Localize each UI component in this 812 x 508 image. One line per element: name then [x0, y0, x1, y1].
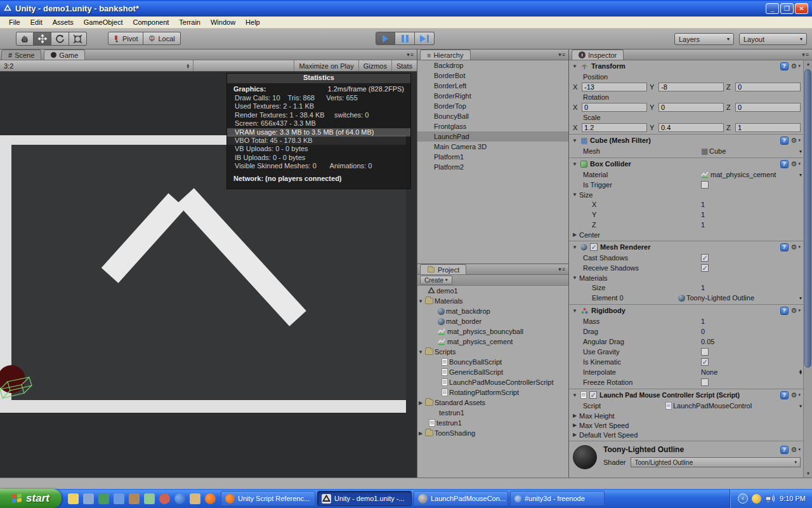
- menu-terrain[interactable]: Terrain: [174, 17, 206, 27]
- quicklaunch-paint-icon[interactable]: [129, 493, 140, 504]
- scale-x-field[interactable]: [582, 123, 647, 132]
- tray-network-icon[interactable]: [765, 494, 775, 504]
- pause-button[interactable]: [395, 32, 415, 45]
- hierarchy-item[interactable]: BorderBot: [417, 70, 568, 81]
- foldout-arrow-icon[interactable]: ▼: [572, 161, 578, 167]
- hierarchy-item[interactable]: Frontglass: [417, 121, 568, 131]
- quicklaunch-app2-icon[interactable]: [159, 493, 170, 504]
- tab-game[interactable]: Game: [44, 50, 85, 60]
- tab-project[interactable]: Project: [420, 264, 466, 274]
- play-button[interactable]: [376, 32, 395, 45]
- component-enabled-checkbox[interactable]: ✓: [589, 391, 597, 399]
- help-icon[interactable]: ?: [780, 62, 789, 70]
- scale-tool-button[interactable]: [69, 32, 87, 46]
- project-folder-toonshading[interactable]: ▶ ToonShading: [417, 428, 568, 438]
- size-y-value[interactable]: 1: [701, 211, 705, 218]
- start-button[interactable]: start: [0, 489, 62, 508]
- mesh-object-field[interactable]: ▦ Cube: [701, 147, 726, 155]
- aspect-dropdown[interactable]: 3:2 ▴▾: [0, 60, 193, 71]
- help-icon[interactable]: ?: [780, 137, 789, 145]
- hierarchy-item[interactable]: BorderTop: [417, 101, 568, 111]
- menu-file[interactable]: File: [4, 17, 25, 27]
- project-item-script[interactable]: RotatingPlatformScript: [417, 387, 568, 398]
- project-item-script[interactable]: BouncyBallScript: [417, 357, 568, 367]
- script-object-field[interactable]: LaunchPadMouseControl: [665, 402, 752, 410]
- project-folder-standard-assets[interactable]: ▶ Standard Assets: [417, 398, 568, 408]
- hierarchy-item[interactable]: Backdrop: [417, 60, 568, 70]
- project-item-physic-material[interactable]: mat_physics_bouncyball: [417, 326, 568, 337]
- hierarchy-item[interactable]: Main Camera 3D: [417, 142, 568, 152]
- quicklaunch-desktop-icon[interactable]: [83, 493, 94, 504]
- scrollbar-thumb[interactable]: [804, 69, 811, 368]
- foldout-arrow-icon[interactable]: ▶: [417, 431, 424, 436]
- default-vert-speed-foldout[interactable]: ▶Default Vert Speed: [569, 430, 803, 439]
- project-item-material[interactable]: mat_border: [417, 316, 568, 326]
- cast-shadows-checkbox[interactable]: ✓: [701, 254, 709, 262]
- quicklaunch-messenger-icon[interactable]: [68, 493, 79, 504]
- menu-window[interactable]: Window: [206, 17, 240, 27]
- panel-menu-icon[interactable]: ▾≡: [558, 51, 566, 58]
- task-launchpad-doc[interactable]: LaunchPadMouseCon...: [414, 491, 508, 506]
- foldout-arrow-icon[interactable]: ▼: [572, 392, 578, 398]
- inspector-scrollbar[interactable]: ▲ ▼: [803, 60, 812, 478]
- scroll-down-icon[interactable]: ▼: [804, 470, 812, 478]
- tray-messenger-icon[interactable]: [752, 494, 761, 504]
- shader-dropdown[interactable]: Toon/Lighted Outline ▾: [631, 457, 801, 467]
- quicklaunch-folder-icon[interactable]: [190, 493, 200, 504]
- help-icon[interactable]: ?: [780, 307, 789, 315]
- step-button[interactable]: [415, 32, 435, 45]
- hierarchy-item-selected[interactable]: LaunchPad: [417, 131, 568, 142]
- materials-size-value[interactable]: 1: [701, 284, 705, 291]
- restore-button[interactable]: ❐: [780, 3, 794, 14]
- position-y-field[interactable]: [658, 83, 724, 91]
- project-item-script[interactable]: LaunchPadMouseControllerScript: [417, 377, 568, 387]
- max-vert-speed-foldout[interactable]: ▶Max Vert Speed: [569, 420, 803, 430]
- panel-menu-icon[interactable]: ▾≡: [558, 266, 566, 272]
- menu-component[interactable]: Component: [128, 17, 174, 27]
- help-icon[interactable]: ?: [780, 391, 789, 399]
- rotation-y-field[interactable]: [658, 103, 724, 112]
- project-folder-scripts[interactable]: ▼ Scripts: [417, 347, 568, 357]
- stats-button[interactable]: Stats: [391, 60, 417, 71]
- size-foldout[interactable]: ▼Size: [569, 190, 803, 199]
- local-toggle-button[interactable]: Local: [143, 32, 180, 45]
- window-titlebar[interactable]: Unity - demo1.unity - bankshot* _ ❐ ✕: [0, 0, 812, 17]
- hide-icons-chevron[interactable]: ‹: [738, 493, 748, 504]
- rotate-tool-button[interactable]: [51, 32, 69, 46]
- rotation-z-field[interactable]: [735, 103, 801, 112]
- gear-icon[interactable]: ⚙: [791, 160, 797, 168]
- help-icon[interactable]: ?: [780, 160, 789, 168]
- foldout-arrow-icon[interactable]: ▼: [572, 138, 578, 144]
- create-button[interactable]: Create▾: [420, 276, 452, 284]
- menu-edit[interactable]: Edit: [25, 17, 48, 27]
- layout-dropdown[interactable]: Layout▾: [739, 33, 807, 45]
- hierarchy-item[interactable]: Platform2: [417, 162, 568, 172]
- quicklaunch-media-player-icon[interactable]: [174, 493, 185, 504]
- help-icon[interactable]: ?: [780, 446, 789, 454]
- rotation-x-field[interactable]: [582, 103, 647, 112]
- scale-z-field[interactable]: [735, 123, 801, 132]
- close-button[interactable]: ✕: [795, 3, 808, 14]
- materials-foldout[interactable]: ▼Materials: [569, 273, 803, 283]
- gear-icon[interactable]: ⚙: [791, 307, 797, 315]
- task-unity[interactable]: Unity - demo1.unity -...: [317, 491, 412, 506]
- pivot-toggle-button[interactable]: Pivot: [108, 32, 143, 45]
- panel-menu-icon[interactable]: ▾≡: [802, 51, 809, 58]
- drag-value[interactable]: 0: [701, 328, 705, 335]
- freeze-rotation-checkbox[interactable]: [701, 378, 709, 386]
- size-z-value[interactable]: 1: [701, 221, 705, 229]
- angular-drag-value[interactable]: 0.05: [701, 338, 714, 345]
- max-height-foldout[interactable]: ▶Max Height: [569, 411, 803, 420]
- layers-dropdown[interactable]: Layers▾: [674, 33, 734, 45]
- maximize-on-play-button[interactable]: Maximize on Play: [294, 60, 358, 71]
- project-item-script[interactable]: GenericBallScript: [417, 367, 568, 377]
- physic-material-field[interactable]: mat_physics_cement: [701, 171, 776, 178]
- center-foldout[interactable]: ▶Center: [569, 230, 803, 239]
- menu-assets[interactable]: Assets: [48, 17, 79, 27]
- help-icon[interactable]: ?: [780, 243, 789, 251]
- gear-icon[interactable]: ⚙: [791, 137, 797, 145]
- position-z-field[interactable]: [735, 83, 801, 91]
- foldout-arrow-icon[interactable]: ▼: [572, 308, 578, 314]
- gear-icon[interactable]: ⚙: [791, 243, 797, 251]
- position-x-field[interactable]: [582, 83, 647, 91]
